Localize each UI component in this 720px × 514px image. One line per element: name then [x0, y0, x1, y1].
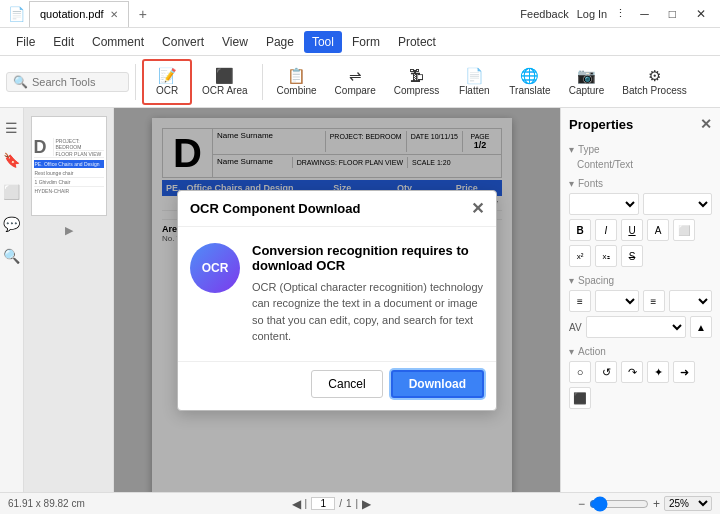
page-total: 1 [346, 498, 352, 509]
fonts-section-label: Fonts [569, 178, 712, 189]
translate-icon: 🌐 [520, 68, 539, 83]
menu-protect[interactable]: Protect [390, 31, 444, 53]
minimize-button[interactable]: ─ [634, 5, 655, 23]
align-left-button[interactable]: ≡ [569, 290, 591, 312]
highlight-button[interactable]: ⬜ [673, 219, 695, 241]
ocr-download-modal: OCR Component Download ✕ OCR Conversion … [177, 190, 497, 411]
action-btn-3[interactable]: ↷ [621, 361, 643, 383]
fonts-section: Fonts B I U A ⬜ x² x₂ S [569, 178, 712, 267]
line-spacing-select[interactable] [595, 290, 639, 312]
action-row-2: ⬛ [569, 387, 712, 409]
font-family-select[interactable] [569, 193, 639, 215]
close-button[interactable]: ✕ [690, 5, 712, 23]
capture-label: Capture [569, 85, 605, 96]
right-panel-title: Properties ✕ [569, 116, 712, 132]
right-panel: Properties ✕ Type Content/Text Fonts B I… [560, 108, 720, 492]
action-btn-2[interactable]: ↺ [595, 361, 617, 383]
cancel-button[interactable]: Cancel [311, 370, 382, 398]
download-button[interactable]: Download [391, 370, 484, 398]
superscript-button[interactable]: x² [569, 245, 591, 267]
modal-close-button[interactable]: ✕ [471, 199, 484, 218]
sidebar-icon-comment[interactable]: 💬 [0, 212, 24, 236]
sidebar-icon-search[interactable]: 🔍 [0, 244, 24, 268]
flatten-label: Flatten [459, 85, 490, 96]
action-btn-1[interactable]: ○ [569, 361, 591, 383]
new-tab-button[interactable]: + [133, 4, 153, 24]
sidebar-icon-bookmark[interactable]: 🔖 [0, 148, 24, 172]
action-btn-5[interactable]: ➜ [673, 361, 695, 383]
feedback-link[interactable]: Feedback [520, 8, 568, 20]
panel-close-button[interactable]: ✕ [700, 116, 712, 132]
spacing-section-label: Spacing [569, 275, 712, 286]
page-separator-3: | [356, 498, 359, 509]
strikethrough-button[interactable]: S [621, 245, 643, 267]
properties-label: Properties [569, 117, 633, 132]
page-thumb-1[interactable]: D PROJECT: BEDROOM FLOOR PLAN VIEW PE. O… [31, 116, 107, 216]
char-spacing-select[interactable] [586, 316, 686, 338]
compress-icon: 🗜 [409, 68, 424, 83]
capture-icon: 📷 [577, 68, 596, 83]
ocr-button[interactable]: 📝 OCR [142, 59, 192, 105]
capture-button[interactable]: 📷 Capture [561, 59, 613, 105]
compress-button[interactable]: 🗜 Compress [386, 59, 448, 105]
zoom-out-button[interactable]: − [578, 497, 585, 511]
flatten-button[interactable]: 📄 Flatten [449, 59, 499, 105]
font-size-select[interactable] [643, 193, 713, 215]
prev-page-button[interactable]: ◀ [292, 497, 301, 511]
menu-file[interactable]: File [8, 31, 43, 53]
tab-close-icon[interactable]: ✕ [110, 9, 118, 20]
sep2 [262, 64, 263, 100]
action-btn-6[interactable]: ⬛ [569, 387, 591, 409]
subscript-button[interactable]: x₂ [595, 245, 617, 267]
batch-process-button[interactable]: ⚙ Batch Process [614, 59, 694, 105]
translate-button[interactable]: 🌐 Translate [501, 59, 558, 105]
modal-text: Conversion recognition requires to downl… [252, 243, 484, 345]
menu-comment[interactable]: Comment [84, 31, 152, 53]
search-input[interactable] [32, 76, 122, 88]
page-panel: D PROJECT: BEDROOM FLOOR PLAN VIEW PE. O… [24, 108, 114, 492]
page-separator-1: | [305, 498, 308, 509]
zoom-in-button[interactable]: + [653, 497, 660, 511]
search-tools-bar[interactable]: 🔍 [6, 72, 129, 92]
translate-label: Translate [509, 85, 550, 96]
bold-button[interactable]: B [569, 219, 591, 241]
zoom-select[interactable]: 25% 50% 75% 100% [664, 496, 712, 511]
maximize-button[interactable]: □ [663, 5, 682, 23]
compare-button[interactable]: ⇌ Compare [327, 59, 384, 105]
menu-convert[interactable]: Convert [154, 31, 212, 53]
menu-edit[interactable]: Edit [45, 31, 82, 53]
title-bar-left: 📄 quotation.pdf ✕ + [8, 1, 264, 27]
combine-button[interactable]: 📋 Combine [269, 59, 325, 105]
page-number-input[interactable] [311, 497, 335, 510]
page-navigation: ◀ | / 1 | ▶ [292, 497, 372, 511]
action-btn-4[interactable]: ✦ [647, 361, 669, 383]
modal-heading: Conversion recognition requires to downl… [252, 243, 484, 273]
menu-page[interactable]: Page [258, 31, 302, 53]
menu-tool[interactable]: Tool [304, 31, 342, 53]
zoom-slider[interactable] [589, 496, 649, 512]
zoom-controls: − + 25% 50% 75% 100% [578, 496, 712, 512]
type-section: Type Content/Text [569, 144, 712, 170]
expand-panel-arrow[interactable]: ▶ [65, 224, 73, 237]
compare-icon: ⇌ [349, 68, 362, 83]
menu-bar: File Edit Comment Convert View Page Tool… [0, 28, 720, 56]
spacing-row-1: ≡ ≡ [569, 290, 712, 312]
file-tab[interactable]: quotation.pdf ✕ [29, 1, 129, 27]
title-bar: 📄 quotation.pdf ✕ + Feedback Log In ⋮ ─ … [0, 0, 720, 28]
color-button[interactable]: A [647, 219, 669, 241]
menu-form[interactable]: Form [344, 31, 388, 53]
login-link[interactable]: Log In [577, 8, 608, 20]
more-icon[interactable]: ⋮ [615, 7, 626, 20]
align-right-button[interactable]: ≡ [643, 290, 665, 312]
status-bar: 61.91 x 89.82 cm ◀ | / 1 | ▶ − + 25% 50%… [0, 492, 720, 514]
italic-button[interactable]: I [595, 219, 617, 241]
next-page-button[interactable]: ▶ [362, 497, 371, 511]
ocr-area-button[interactable]: ⬛ OCR Area [194, 59, 256, 105]
sidebar-icon-pages[interactable]: ⬜ [0, 180, 24, 204]
underline-button[interactable]: U [621, 219, 643, 241]
menu-view[interactable]: View [214, 31, 256, 53]
spacing-up-button[interactable]: ▲ [690, 316, 712, 338]
sidebar-icon-menu[interactable]: ☰ [1, 116, 22, 140]
font-row-1 [569, 193, 712, 215]
indent-select[interactable] [669, 290, 713, 312]
